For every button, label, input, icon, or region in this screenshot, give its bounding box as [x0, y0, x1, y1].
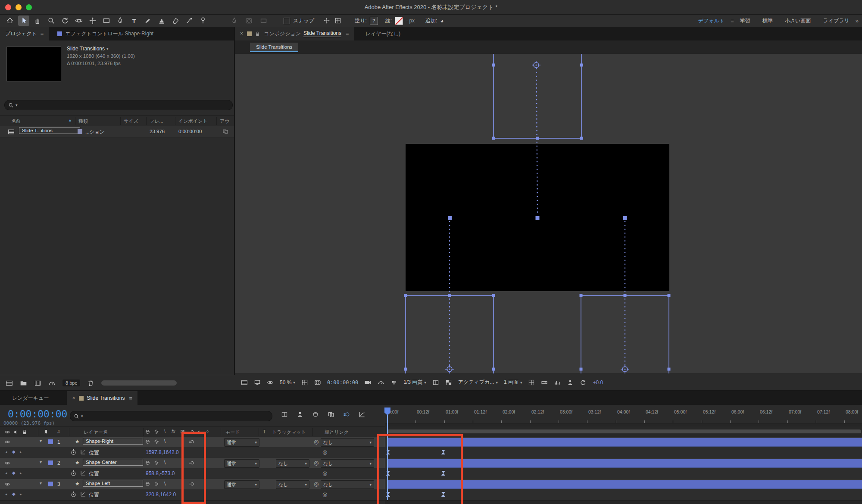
header-layer-name[interactable]: レイヤー名	[84, 429, 108, 436]
resolution-dropdown[interactable]: 1/3 画質 ▾	[403, 379, 426, 386]
header-adjustment-icon[interactable]: ◐	[198, 429, 201, 434]
track-row-layer3[interactable]	[385, 479, 862, 490]
close-timeline-tab-icon[interactable]: ×	[72, 395, 75, 401]
grid-guides-icon[interactable]	[301, 379, 308, 386]
layer1-label-swatch[interactable]	[48, 439, 53, 444]
channel-icon[interactable]	[267, 379, 274, 386]
draft-3d-icon[interactable]	[297, 411, 303, 418]
layer-row-shape-left[interactable]: ▾ 3 ★ Shape-Left \ 通常▾ なし▾ ◎ なし▾	[0, 479, 385, 490]
header-3d-icon[interactable]: ○	[206, 429, 209, 434]
pen-tool-icon[interactable]	[115, 16, 126, 26]
hide-shy-layers-icon[interactable]	[312, 411, 319, 418]
layer2-mode-dropdown[interactable]: 通常▾	[224, 459, 259, 468]
tab-composition[interactable]: × コンポジション Slide Transitions ≡	[235, 27, 354, 40]
project-scrollbar[interactable]	[101, 380, 177, 386]
layer2-parent-dropdown[interactable]: なし▾	[321, 459, 374, 468]
mask-visibility-icon[interactable]	[314, 379, 321, 386]
project-item-row[interactable]: Slide T...itions ...ション 23.976 0:00:00:0…	[0, 126, 234, 137]
tab-project[interactable]: プロジェクト ≡	[0, 27, 49, 40]
column-type[interactable]: 種類	[78, 118, 88, 124]
layer1-motion-blur-switch-icon[interactable]	[189, 439, 194, 445]
layer2-matte-dropdown[interactable]: なし▾	[276, 459, 309, 468]
stopwatch-icon[interactable]	[70, 491, 77, 498]
always-preview-icon[interactable]	[241, 379, 248, 386]
layer1-name[interactable]: Shape-Right	[83, 438, 143, 445]
layer3-mode-dropdown[interactable]: 通常▾	[224, 480, 259, 489]
exposure-value[interactable]: +0.0	[593, 380, 603, 386]
trash-icon[interactable]	[87, 380, 94, 387]
prev-keyframe-icon[interactable]: ◂	[5, 471, 7, 475]
layer3-parent-dropdown[interactable]: なし▾	[321, 480, 374, 489]
layer2-quality-switch-icon[interactable]: \	[164, 460, 166, 466]
comp-panel-menu-icon[interactable]: ≡	[346, 31, 349, 37]
project-search-input[interactable]: ▾	[4, 100, 233, 110]
track-row-layer1[interactable]	[385, 437, 862, 448]
work-area-bar[interactable]	[387, 429, 861, 433]
snap-grid-icon[interactable]	[332, 16, 344, 26]
keyframe-indicator-icon[interactable]: ◆	[12, 449, 16, 454]
column-framerate[interactable]: フレ...	[150, 118, 163, 124]
comp-mini-flowchart-icon[interactable]	[281, 411, 288, 418]
puppet-pin-tool-icon[interactable]	[197, 16, 209, 26]
prev-keyframe-icon[interactable]: ◂	[5, 492, 7, 496]
property-label[interactable]: 位置	[89, 470, 99, 478]
stroke-swatch[interactable]	[395, 17, 403, 25]
layer2-expand-icon[interactable]: ▾	[40, 460, 42, 464]
layer2-motion-blur-switch-icon[interactable]	[189, 460, 194, 466]
transparency-grid-icon[interactable]	[445, 379, 452, 386]
prev-keyframe-icon[interactable]: ◂	[5, 450, 7, 454]
selection-tool-icon[interactable]	[18, 16, 29, 26]
layer1-shy-switch-icon[interactable]	[145, 439, 150, 445]
snapshot-camera-icon[interactable]	[364, 379, 372, 386]
layer2-pickwhip-icon[interactable]: ◎	[314, 460, 319, 466]
timeline-button-icon[interactable]	[554, 379, 561, 386]
keyframe-icon[interactable]	[441, 492, 446, 497]
hand-tool-icon[interactable]	[32, 16, 43, 26]
property-row-position-3[interactable]: ◂ ◆ ▸ 位置 320.8,1642.0 ◎	[0, 489, 385, 501]
layer3-duration-bar[interactable]	[387, 480, 862, 489]
comp-title-row[interactable]: Slide Transitions ▾	[67, 46, 109, 52]
current-time-indicator[interactable]	[387, 408, 388, 500]
graph-editor-icon[interactable]	[359, 411, 365, 418]
current-time-display[interactable]: 0:00:00:00	[327, 380, 358, 386]
layer3-pickwhip-icon[interactable]: ◎	[314, 481, 319, 487]
flowchart-icon[interactable]	[567, 379, 574, 386]
stroke-width-value[interactable]: - px	[406, 18, 415, 24]
layer-row-shape-center[interactable]: ▾ 2 ★ Shape-Center \ 通常▾ なし▾ ◎ なし▾	[0, 458, 385, 469]
property-label[interactable]: 位置	[89, 449, 99, 457]
timeline-search-input[interactable]: ▾	[70, 411, 272, 421]
position-value-3[interactable]: 320.8,1642.0	[146, 492, 176, 498]
workspace-small-screen[interactable]: 小さい画面	[785, 17, 811, 25]
keyframe-icon[interactable]	[441, 470, 446, 476]
stopwatch-icon[interactable]	[70, 470, 77, 476]
layer3-eye-icon[interactable]	[4, 481, 10, 487]
rotate-tool-icon[interactable]	[59, 16, 71, 26]
keyframe-icon[interactable]	[386, 470, 390, 476]
header-shy-icon[interactable]	[145, 429, 150, 435]
track-row-position2[interactable]	[385, 468, 862, 479]
header-audio-icon[interactable]	[13, 429, 19, 435]
monitor-icon[interactable]	[254, 379, 261, 386]
region-of-interest-icon[interactable]	[432, 379, 439, 386]
home-icon[interactable]	[4, 16, 16, 26]
track-row-position1[interactable]	[385, 447, 862, 458]
rectangle-tool-icon[interactable]	[101, 16, 112, 26]
timeline-track-area[interactable]: 0:00f 00:12f 01:00f 01:12f 02:00f 02:12f…	[385, 405, 862, 504]
workspace-libraries[interactable]: ライブラリ	[823, 17, 849, 25]
position-value-2[interactable]: 958.8,-573.0	[146, 470, 175, 476]
header-fx-icon[interactable]: fx	[172, 429, 175, 434]
header-frame-blend-icon[interactable]	[180, 429, 186, 435]
camera-orbit-tool-icon[interactable]	[73, 16, 84, 26]
layer2-collapse-switch-icon[interactable]	[154, 460, 159, 466]
keyframe-indicator-icon[interactable]: ◆	[12, 492, 16, 496]
fill-swatch[interactable]: ?	[370, 17, 378, 25]
new-composition-icon[interactable]	[34, 380, 41, 387]
view-layout-dropdown[interactable]: 1 画面 ▾	[504, 379, 522, 386]
project-item-name[interactable]: Slide T...itions	[19, 127, 80, 134]
track-row-position3[interactable]	[385, 489, 862, 501]
adjustment-icon[interactable]	[48, 380, 56, 387]
time-ruler[interactable]: 0:00f 00:12f 01:00f 01:12f 02:00f 02:12f…	[385, 405, 862, 423]
graph-icon[interactable]	[80, 470, 86, 476]
header-mode[interactable]: モード	[225, 429, 240, 436]
bit-depth-badge[interactable]: 8 bpc	[62, 380, 80, 386]
